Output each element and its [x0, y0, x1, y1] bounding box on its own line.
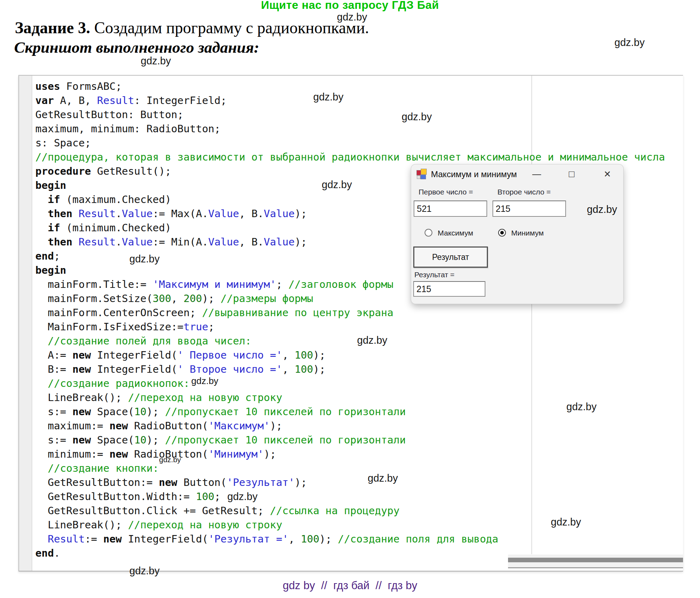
- gdz-watermark: gdz.by: [191, 376, 218, 387]
- code-editor-screenshot: uses FormsABC;var A, B, Result: IntegerF…: [18, 75, 683, 571]
- code-line: MainForm.IsFixedSize:=true;: [35, 320, 665, 334]
- radio-minimum[interactable]: Минимум: [498, 229, 544, 239]
- code-line: maximum, minimum: RadioButton;: [35, 122, 665, 136]
- gdz-watermark: gdz.by: [357, 335, 387, 346]
- gdz-watermark: gdz.by: [159, 455, 181, 464]
- code-line: mainForm.CenterOnScreen; //выравнивание …: [35, 306, 665, 320]
- code-line: GetResultButton:= new Button('Результат'…: [35, 475, 665, 489]
- gdz-watermark: gdz.by: [614, 37, 644, 48]
- result-output-field[interactable]: 215: [413, 281, 485, 297]
- gdz-watermark: gdz.by: [227, 491, 257, 503]
- icon-yellow-square: [421, 169, 427, 175]
- code-lines: uses FormsABC;var A, B, Result: IntegerF…: [35, 79, 665, 560]
- gdz-watermark: gdz.by: [141, 55, 171, 67]
- dialog-title: Максимум и минимум: [431, 164, 517, 184]
- max-min-dialog-window: Максимум и минимум — □ ✕ Первое число = …: [411, 164, 623, 304]
- code-line: var A, B, Result: IntegerField;: [35, 93, 665, 108]
- gdz-watermark: gdz.by: [129, 565, 159, 577]
- maximize-icon[interactable]: □: [564, 164, 580, 184]
- radio-minimum-label: Минимум: [511, 229, 544, 237]
- gdz-watermark: gdz.by: [368, 472, 398, 484]
- gdz-watermark: gdz.by: [129, 253, 159, 265]
- icon-blue-square: [420, 175, 426, 179]
- radio-circle-icon: [425, 229, 432, 237]
- code-line: uses FormsABC;: [35, 79, 665, 93]
- task-text: Создадим программу с радиокнопками.: [90, 19, 369, 37]
- code-line: GetResultButton: Button;: [35, 108, 665, 122]
- radio-circle-icon: [498, 229, 506, 237]
- code-line: maximum:= new RadioButton('Максимум');: [35, 419, 665, 433]
- horizontal-scrollbar-thumb[interactable]: [508, 558, 683, 562]
- code-line: Result:= new IntegerField('Результат =',…: [35, 532, 665, 546]
- close-icon[interactable]: ✕: [599, 164, 616, 184]
- page-title: Задание 3. Создадим программу с радиокно…: [15, 18, 369, 37]
- code-line: //создание кнопки:: [35, 461, 665, 475]
- radio-maximum-label: Максимум: [438, 229, 473, 237]
- gdz-watermark: gdz.by: [337, 11, 367, 23]
- gdz-watermark: gdz.by: [313, 91, 343, 103]
- winforms-app-icon: [416, 169, 427, 179]
- code-line: minimum:= new RadioButton('Минимум');: [35, 447, 665, 461]
- horizontal-scrollbar[interactable]: [508, 555, 683, 568]
- gdz-watermark: gdz.by: [322, 179, 352, 191]
- code-line: GetResultButton.Click += GetResult; //сс…: [35, 504, 665, 518]
- editor-gutter: [19, 76, 32, 571]
- gdz-answer-page: Ищите нас по запросу ГДЗ Бай Задание 3. …: [0, 0, 700, 598]
- code-line: s: Space;: [35, 136, 665, 150]
- result-label: Результат =: [414, 271, 455, 279]
- gdz-watermark: gdz.by: [566, 401, 596, 413]
- second-number-label: Второе число =: [497, 188, 551, 196]
- footer-watermark: gdz by // гдз бай // гдз by: [0, 579, 700, 592]
- code-line: B:= new IntegerField(' Второе число =', …: [35, 362, 665, 376]
- gdz-watermark: gdz.by: [402, 111, 432, 123]
- code-line: //создание радиокнопок:: [35, 376, 665, 390]
- result-button[interactable]: Результат: [413, 246, 488, 268]
- first-number-input[interactable]: 521: [414, 201, 487, 217]
- gdz-watermark: gdz.by: [551, 516, 581, 528]
- code-line: //процедура, которая в зависимости от вы…: [35, 150, 665, 164]
- gdz-watermark: gdz.by: [587, 204, 617, 215]
- dialog-titlebar: Максимум и минимум — □ ✕: [411, 164, 623, 184]
- code-line: GetResultButton.Width:= 100;: [35, 489, 665, 504]
- minimize-icon[interactable]: —: [529, 164, 545, 184]
- second-number-input[interactable]: 215: [492, 201, 566, 217]
- task-number: Задание 3.: [15, 19, 90, 37]
- code-line: //создание полей для ввода чисел:: [35, 334, 665, 348]
- code-line: s:= new Space(10); //пропускает 10 пиксе…: [35, 433, 665, 447]
- code-line: A:= new IntegerField(' Первое число =', …: [35, 348, 665, 362]
- screenshot-subtitle: Скриншот выполненного задания:: [14, 38, 259, 57]
- first-number-label: Первое число =: [419, 188, 473, 196]
- icon-gray-square: [417, 175, 420, 179]
- promo-banner: Ищите нас по запросу ГДЗ Бай: [0, 0, 700, 12]
- radio-maximum[interactable]: Максимум: [425, 229, 473, 239]
